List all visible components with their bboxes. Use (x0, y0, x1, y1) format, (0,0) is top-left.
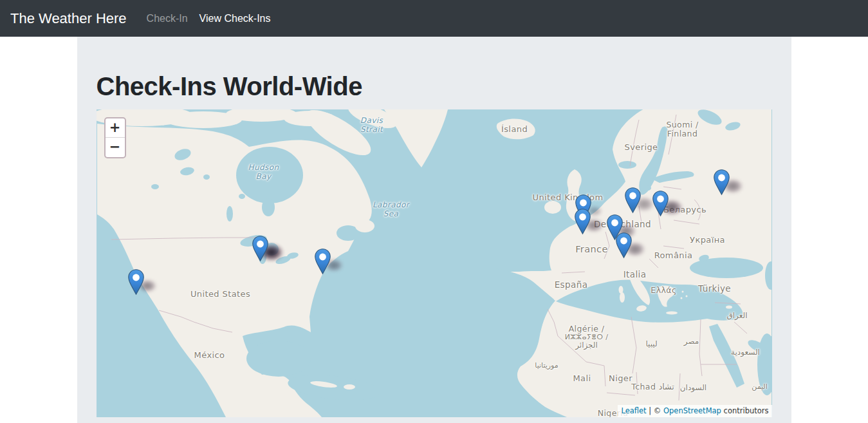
map-label: Україна (690, 235, 725, 245)
map-marker[interactable] (652, 191, 669, 217)
zoom-in-button[interactable]: + (106, 118, 125, 138)
map-label: ليبيا (645, 339, 657, 348)
page-title: Check-Ins World-Wide (97, 37, 772, 101)
map-label: السعودية (731, 348, 760, 357)
map-label: Sverige (625, 142, 658, 152)
map-label: الجزائر (575, 341, 598, 350)
map-label: Labrador (373, 200, 409, 209)
map-label: Davis (360, 116, 383, 125)
world-map[interactable]: DavisStraitHudsonBayLabradorSeaÍslandSuo… (97, 109, 772, 417)
map-label: العراق (726, 311, 747, 320)
nav-link-check-in[interactable]: Check-In (141, 8, 194, 30)
map-marker[interactable] (616, 232, 632, 259)
zoom-out-button[interactable]: − (106, 138, 125, 157)
page-container: Check-Ins World-Wide (77, 37, 791, 423)
map-label: Ísland (501, 124, 528, 134)
map-label: مصر (684, 337, 699, 346)
map-label: United Kingdom (533, 193, 604, 202)
map-marker[interactable] (128, 269, 144, 296)
map-label: Algérie / (569, 324, 605, 334)
map-label: Finland (667, 129, 697, 138)
map-label: Bay (256, 172, 272, 181)
map-attribution: Leaflet | © OpenStreetMap contributors (618, 405, 771, 417)
map-label: Türkiye (698, 283, 731, 294)
map-label: ⵍⵣⵣⴰⵢⴻⵔ / (565, 333, 609, 341)
zoom-control: + − (104, 117, 126, 158)
map-label: România (654, 250, 693, 260)
map-marker[interactable] (315, 249, 331, 275)
openstreetmap-link[interactable]: OpenStreetMap (663, 406, 721, 415)
navbar-nav: Check-In View Check-Ins (141, 8, 277, 30)
map-land-art (97, 109, 772, 417)
map-marker[interactable] (252, 236, 268, 262)
map-label: México (194, 350, 225, 360)
map-label: España (555, 279, 588, 290)
map-marker[interactable] (575, 209, 591, 235)
map-marker[interactable] (714, 169, 730, 196)
map-label: السودان (680, 383, 706, 392)
attribution-suffix: contributors (721, 406, 769, 415)
map-label: موريتانيا (535, 361, 558, 370)
map-label: France (575, 244, 608, 254)
navbar: The Weather Here Check-In View Check-Ins (0, 0, 868, 37)
map-label: Hudson (248, 163, 279, 172)
map-label: Sea (383, 209, 399, 218)
map-label: Tchad تشاد (631, 382, 674, 391)
map-label: United States (190, 289, 250, 299)
map-marker[interactable] (625, 187, 641, 214)
attribution-divider: | © (647, 406, 663, 415)
map-label: Suomi / (666, 120, 698, 129)
leaflet-link[interactable]: Leaflet (621, 406, 646, 415)
map-label: Mali (573, 373, 591, 383)
map-label: Italia (623, 269, 647, 279)
map-label: Ελλάς (651, 285, 676, 295)
nav-link-view-check-ins[interactable]: View Check-Ins (194, 8, 277, 30)
map-label: Niger (609, 373, 633, 383)
map-label: Strait (360, 125, 383, 134)
map-label: اليمن (752, 382, 767, 391)
navbar-brand[interactable]: The Weather Here (10, 10, 127, 27)
